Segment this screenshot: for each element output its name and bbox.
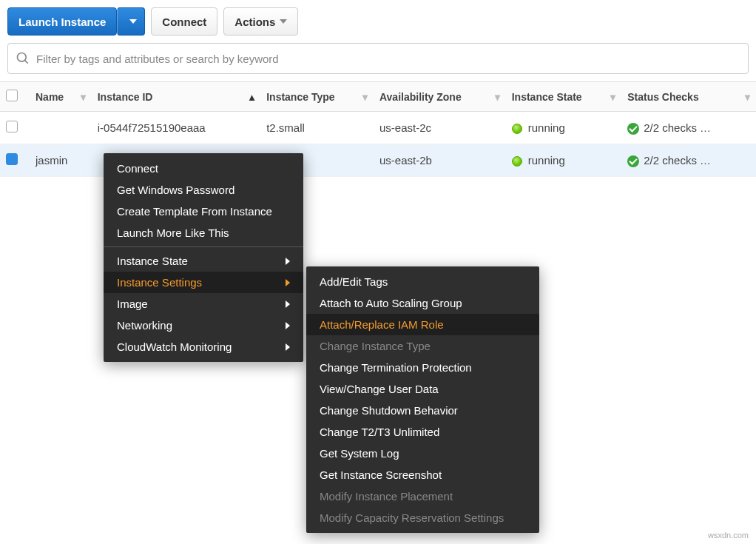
cell-state: running bbox=[506, 144, 621, 177]
cell-status: 2/2 checks … bbox=[621, 144, 756, 177]
cell-name bbox=[30, 112, 92, 144]
sort-icon: ▾ bbox=[362, 91, 368, 103]
svg-line-1 bbox=[25, 61, 28, 64]
cell-instance-id: i-0544f72515190eaaa bbox=[92, 112, 260, 144]
cell-az: us-east-2c bbox=[374, 112, 506, 144]
filter-bar[interactable] bbox=[7, 43, 749, 74]
launch-instance-dropdown[interactable] bbox=[117, 7, 145, 36]
select-all-checkbox[interactable] bbox=[6, 90, 18, 101]
sort-icon: ▾ bbox=[745, 91, 750, 103]
col-name[interactable]: Name▾ bbox=[30, 82, 92, 112]
context-menu[interactable]: ConnectGet Windows PasswordCreate Templa… bbox=[104, 153, 303, 177]
launch-instance-button[interactable]: Launch Instance bbox=[7, 7, 117, 36]
actions-button[interactable]: Actions bbox=[223, 7, 298, 36]
cell-az: us-east-2b bbox=[374, 144, 506, 177]
caret-down-icon bbox=[280, 19, 287, 24]
col-status[interactable]: Status Checks▾ bbox=[621, 82, 756, 112]
col-az[interactable]: Availability Zone▾ bbox=[374, 82, 506, 112]
row-checkbox[interactable] bbox=[6, 153, 18, 165]
check-icon bbox=[627, 123, 639, 135]
toolbar: Launch Instance Connect Actions bbox=[0, 0, 756, 43]
row-checkbox[interactable] bbox=[6, 121, 18, 132]
status-dot-icon bbox=[512, 124, 522, 134]
actions-label: Actions bbox=[234, 16, 275, 28]
col-instance-type[interactable]: Instance Type▾ bbox=[260, 82, 374, 112]
cell-name: jasmin bbox=[30, 144, 92, 177]
check-icon bbox=[627, 155, 639, 167]
connect-button[interactable]: Connect bbox=[151, 7, 217, 36]
sort-icon: ▴ bbox=[249, 91, 254, 103]
search-icon bbox=[16, 51, 30, 66]
col-instance-id[interactable]: Instance ID▴ bbox=[92, 82, 260, 112]
connect-label: Connect bbox=[162, 16, 206, 28]
menu-item[interactable]: Connect bbox=[104, 158, 303, 177]
sort-icon: ▾ bbox=[495, 91, 500, 103]
sort-icon: ▾ bbox=[81, 91, 86, 103]
table-row[interactable]: i-0544f72515190eaaa t2.small us-east-2c … bbox=[0, 112, 756, 144]
cell-instance-type: t2.small bbox=[260, 112, 374, 144]
filter-input[interactable] bbox=[36, 53, 740, 65]
sort-icon: ▾ bbox=[610, 91, 615, 103]
col-state[interactable]: Instance State▾ bbox=[506, 82, 621, 112]
launch-instance-label: Launch Instance bbox=[18, 16, 106, 28]
cell-status: 2/2 checks … bbox=[621, 112, 756, 144]
cell-state: running bbox=[506, 112, 621, 144]
caret-down-icon bbox=[129, 19, 137, 24]
status-dot-icon bbox=[512, 156, 522, 167]
svg-point-0 bbox=[18, 53, 27, 62]
